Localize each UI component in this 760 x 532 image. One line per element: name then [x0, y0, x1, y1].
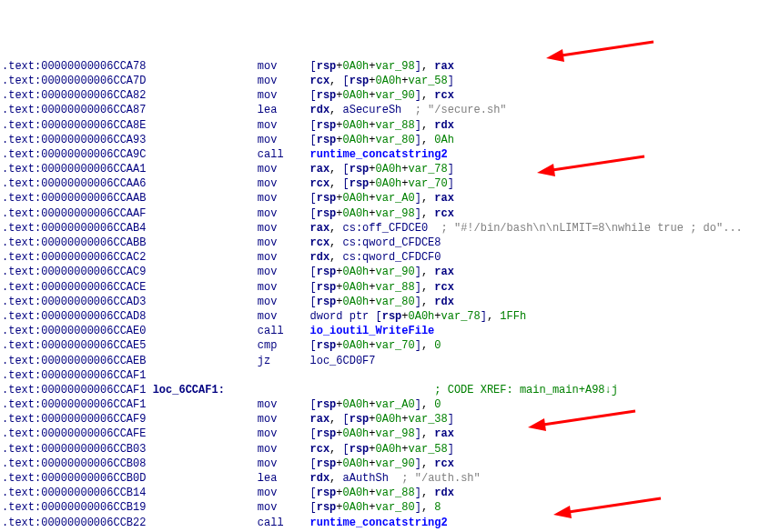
asm-line[interactable]: .text:00000000006CCABB mov rcx, cs:qword…	[0, 236, 760, 250]
disassembly-listing: .text:00000000006CCA78 mov [rsp+0A0h+var…	[0, 59, 760, 532]
asm-line[interactable]: .text:00000000006CCB03 mov rcx, [rsp+0A0…	[0, 442, 760, 457]
asm-line[interactable]: .text:00000000006CCB0D lea rdx, aAuthSh …	[0, 471, 760, 486]
asm-line[interactable]: .text:00000000006CCAE0 call io_ioutil_Wr…	[0, 324, 760, 338]
asm-line[interactable]: .text:00000000006CCAEB jz loc_6CD0F7	[0, 354, 760, 368]
asm-line[interactable]: .text:00000000006CCA9C call runtime_conc…	[0, 147, 760, 162]
asm-line[interactable]: .text:00000000006CCAF1 loc_6CCAF1: ; COD…	[0, 383, 760, 397]
asm-line[interactable]: .text:00000000006CCAF1 mov [rsp+0A0h+var…	[0, 397, 760, 412]
asm-line[interactable]: .text:00000000006CCAF1	[0, 368, 760, 383]
asm-line[interactable]: .text:00000000006CCAF9 mov rax, [rsp+0A0…	[0, 412, 760, 427]
svg-line-0	[555, 42, 654, 56]
asm-line[interactable]: .text:00000000006CCAC9 mov [rsp+0A0h+var…	[0, 265, 760, 279]
asm-line[interactable]: .text:00000000006CCAE5 cmp [rsp+0A0h+var…	[0, 338, 760, 353]
asm-line[interactable]: .text:00000000006CCAD8 mov dword ptr [rs…	[0, 309, 760, 324]
asm-line[interactable]: .text:00000000006CCA78 mov [rsp+0A0h+var…	[0, 59, 760, 74]
asm-line[interactable]: .text:00000000006CCAA1 mov rax, [rsp+0A0…	[0, 162, 760, 176]
asm-line[interactable]: .text:00000000006CCB14 mov [rsp+0A0h+var…	[0, 486, 760, 500]
asm-line[interactable]: .text:00000000006CCA93 mov [rsp+0A0h+var…	[0, 133, 760, 147]
asm-line[interactable]: .text:00000000006CCA82 mov [rsp+0A0h+var…	[0, 88, 760, 103]
asm-line[interactable]: .text:00000000006CCA8E mov [rsp+0A0h+var…	[0, 118, 760, 133]
asm-line[interactable]: .text:00000000006CCB22 call runtime_conc…	[0, 516, 760, 530]
asm-line[interactable]: .text:00000000006CCB08 mov [rsp+0A0h+var…	[0, 457, 760, 471]
asm-line[interactable]: .text:00000000006CCAB4 mov rax, cs:off_C…	[0, 221, 760, 236]
asm-line[interactable]: .text:00000000006CCB19 mov [rsp+0A0h+var…	[0, 500, 760, 515]
annotation-arrow	[546, 40, 655, 60]
asm-line[interactable]: .text:00000000006CCAFE mov [rsp+0A0h+var…	[0, 427, 760, 441]
asm-line[interactable]: .text:00000000006CCAAF mov [rsp+0A0h+var…	[0, 206, 760, 221]
asm-line[interactable]: .text:00000000006CCAC2 mov rdx, cs:qword…	[0, 250, 760, 265]
asm-line[interactable]: .text:00000000006CCA7D mov rcx, [rsp+0A0…	[0, 74, 760, 88]
asm-line[interactable]: .text:00000000006CCA87 lea rdx, aSecureS…	[0, 103, 760, 117]
asm-line[interactable]: .text:00000000006CCAAB mov [rsp+0A0h+var…	[0, 191, 760, 206]
asm-line[interactable]: .text:00000000006CCAA6 mov rcx, [rsp+0A0…	[0, 176, 760, 191]
asm-line[interactable]: .text:00000000006CCACE mov [rsp+0A0h+var…	[0, 280, 760, 295]
asm-line[interactable]: .text:00000000006CCAD3 mov [rsp+0A0h+var…	[0, 295, 760, 309]
